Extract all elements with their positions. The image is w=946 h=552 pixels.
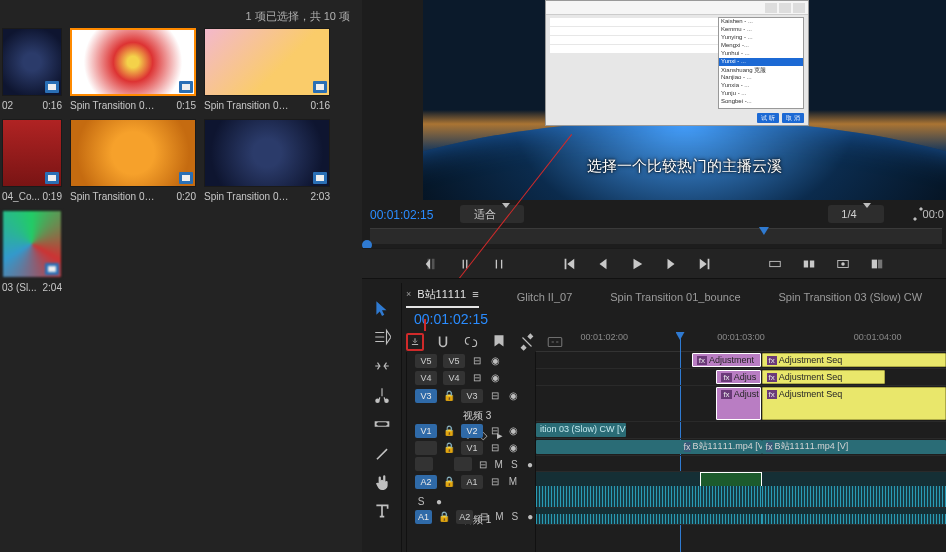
sync-lock-icon[interactable]: ⊟	[489, 389, 501, 401]
bin-item[interactable]: 020:16	[2, 28, 62, 111]
clip[interactable]: fxAdjust	[716, 387, 761, 420]
lift-icon[interactable]	[767, 256, 783, 272]
track-header-a2[interactable]: A1 🔒 A2 ⊟ M S ●	[407, 508, 535, 525]
timeline-ruler[interactable]: 00:01:02:00 00:01:03:00 00:01:04:00	[536, 332, 946, 352]
sync-lock-icon[interactable]: ⊟	[489, 425, 501, 437]
track-target[interactable]: V2	[461, 424, 483, 438]
sync-lock-icon[interactable]: ⊟	[478, 458, 488, 470]
audio-clip[interactable]	[700, 472, 762, 507]
track-target[interactable]: V4	[443, 371, 465, 385]
ripple-edit-tool-icon[interactable]	[373, 357, 391, 375]
audio-mixer-row[interactable]	[536, 456, 946, 472]
solo-icon[interactable]: S	[510, 458, 520, 470]
solo-icon[interactable]: S	[415, 495, 427, 507]
hand-tool-icon[interactable]	[373, 473, 391, 491]
linked-selection-icon[interactable]	[462, 333, 480, 351]
src-patch[interactable]: V3	[415, 389, 437, 403]
step-back-icon[interactable]	[595, 256, 611, 272]
menu-icon[interactable]: ≡	[472, 288, 478, 300]
track-target[interactable]: V5	[443, 354, 465, 368]
lock-icon[interactable]: 🔒	[443, 475, 455, 487]
track-a2[interactable]	[536, 508, 946, 525]
track-header-v3[interactable]: V3 🔒 V3 ⊟ ◉ 视频 3 ◂ ◇ ▸	[407, 386, 535, 422]
mark-in-icon[interactable]	[423, 256, 439, 272]
timeline-track-area[interactable]: 00:01:02:00 00:01:03:00 00:01:04:00 fxAd…	[536, 332, 946, 552]
lock-icon[interactable]: 🔒	[443, 425, 455, 437]
bin-item[interactable]: Spin Transition 03 (fas...0:20	[70, 119, 196, 202]
clip[interactable]: fxAdjustment Seq	[762, 370, 885, 384]
type-tool-icon[interactable]	[373, 502, 391, 520]
eye-icon[interactable]: ◉	[507, 389, 519, 401]
close-icon[interactable]: ×	[406, 289, 411, 299]
pen-tool-icon[interactable]	[373, 444, 391, 462]
src-patch[interactable]: V5	[415, 354, 437, 368]
lock-icon[interactable]	[439, 458, 449, 470]
audio-clip[interactable]	[762, 472, 947, 507]
step-forward-icon[interactable]	[663, 256, 679, 272]
sync-lock-icon[interactable]: ⊟	[479, 511, 488, 523]
track-v3[interactable]: fxAdjust fxAdjustment Seq	[536, 386, 946, 422]
bin-item[interactable]: Spin Transition 02_bo...0:16	[204, 28, 330, 111]
track-header-v4[interactable]: V4 V4 ⊟ ◉	[407, 369, 535, 386]
mark-clip-icon[interactable]	[491, 256, 507, 272]
lock-icon[interactable]: 🔒	[443, 442, 455, 454]
sequence-tab[interactable]: ×B站11111≡	[406, 287, 479, 308]
slip-tool-icon[interactable]	[373, 415, 391, 433]
go-to-out-icon[interactable]	[697, 256, 713, 272]
src-patch[interactable]: V1	[415, 424, 437, 438]
timeline-settings-icon[interactable]	[518, 333, 536, 351]
track-target[interactable]: A2	[456, 510, 473, 524]
audio-clip[interactable]	[762, 508, 947, 524]
track-select-tool-icon[interactable]	[373, 328, 391, 346]
lock-icon[interactable]: 🔒	[438, 511, 450, 523]
track-header-a1[interactable]: A2 🔒 A1 ⊟ M S ● 音频 1	[407, 472, 535, 508]
selection-tool-icon[interactable]	[373, 299, 391, 317]
program-monitor[interactable]: Kaishen - ... Kemmu - ... Yunying - ... …	[423, 0, 946, 200]
clip[interactable]: fxAdjustment	[692, 353, 762, 367]
track-target[interactable]	[454, 457, 472, 471]
track-header-v1[interactable]: 🔒 V1 ⊟ ◉	[407, 439, 535, 456]
sequence-tab[interactable]: Spin Transition 01_bounce	[610, 291, 740, 303]
sync-lock-icon[interactable]: ⊟	[489, 475, 501, 487]
track-target[interactable]: A1	[461, 475, 483, 489]
track-target[interactable]: V3	[461, 389, 483, 403]
mute-icon[interactable]: M	[495, 511, 504, 523]
comparison-view-icon[interactable]	[869, 256, 885, 272]
eye-icon[interactable]: ◉	[489, 372, 501, 384]
eye-icon[interactable]: ◉	[507, 442, 519, 454]
eye-icon[interactable]: ◉	[489, 355, 501, 367]
voiceover-icon[interactable]: ●	[525, 458, 535, 470]
extract-icon[interactable]	[801, 256, 817, 272]
sync-lock-icon[interactable]: ⊟	[471, 355, 483, 367]
voiceover-icon[interactable]: ●	[526, 511, 535, 523]
sequence-tab[interactable]: Spin Transition 03 (Slow) CW	[779, 291, 923, 303]
razor-tool-icon[interactable]	[373, 386, 391, 404]
bin-item[interactable]: Spin Transition 01_bo...0:15	[70, 28, 196, 111]
bin-item[interactable]: 04_Co...0:19	[2, 119, 62, 202]
sequence-tab[interactable]: Glitch II_07	[517, 291, 573, 303]
audio-clip[interactable]	[536, 508, 762, 524]
export-frame-icon[interactable]	[835, 256, 851, 272]
track-header-v2[interactable]: V1 🔒 V2 ⊟ ◉	[407, 422, 535, 439]
clip[interactable]: fxAdjustment Seq	[762, 353, 947, 367]
program-playhead[interactable]	[759, 227, 769, 235]
lock-icon[interactable]: 🔒	[443, 389, 455, 401]
mute-icon[interactable]: M	[507, 475, 519, 487]
playback-resolution-dropdown[interactable]: 1/4	[828, 205, 884, 223]
track-v2[interactable]: ition 03 (Slow) CW [V	[536, 422, 946, 439]
track-v5[interactable]: fxAdjustment fxAdjustment Seq	[536, 352, 946, 369]
bin-item[interactable]: 03 (Sl...2:04	[2, 210, 62, 293]
src-patch[interactable]: A1	[415, 510, 432, 524]
mute-icon[interactable]: M	[494, 458, 504, 470]
track-a1[interactable]	[536, 472, 946, 508]
sync-lock-icon[interactable]: ⊟	[471, 372, 483, 384]
voiceover-icon[interactable]: ●	[433, 495, 445, 507]
eye-icon[interactable]: ◉	[507, 425, 519, 437]
bin-item[interactable]: Spin Transition 03 (Sl...2:03	[204, 119, 330, 202]
track-header-a1-mixer[interactable]: ⊟ M S ●	[407, 456, 535, 472]
track-v4[interactable]: fxAdjus fxAdjustment Seq	[536, 369, 946, 386]
clip[interactable]: fxAdjus	[716, 370, 761, 384]
track-v1[interactable]: fxB站11111.mp4 [V] fxB站11111.mp4 [V]	[536, 439, 946, 456]
program-out-timecode[interactable]: 00:0	[923, 208, 944, 220]
clip[interactable]: ition 03 (Slow) CW [V	[536, 423, 626, 437]
